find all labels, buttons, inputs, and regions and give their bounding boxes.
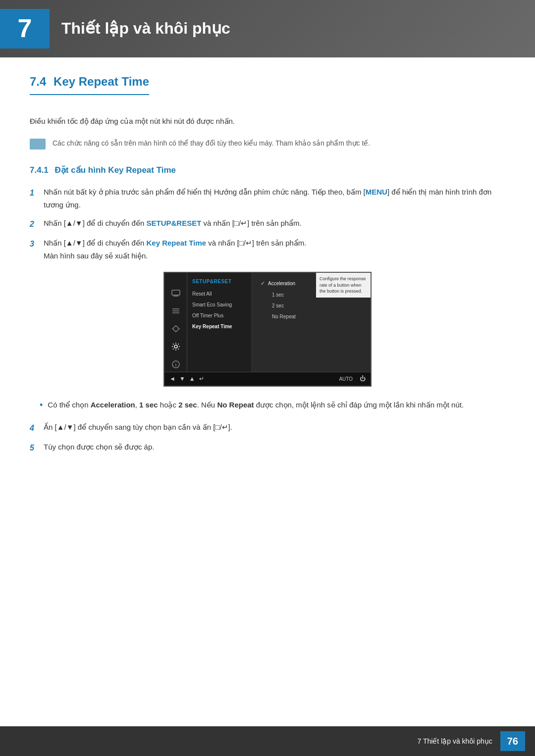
osd-sidebar: i — [164, 273, 187, 372]
osd-menu-item-timer: Off Timer Plus — [187, 310, 251, 321]
osd-submenu-norepeat: No Repeat — [257, 311, 366, 322]
osd-screen: i SETUP&RESET Reset All Smart Eco Saving… — [163, 272, 372, 387]
chapter-title: Thiết lập và khôi phục — [61, 16, 230, 41]
step-1: 1 Nhấn nút bất kỳ ở phía trước sản phẩm … — [30, 186, 505, 211]
section-74: 7.4 Key Repeat Time — [30, 72, 505, 105]
note-box: Các chức năng có sẵn trên màn hình có th… — [30, 136, 505, 151]
osd-bottom-auto: AUTO — [339, 375, 353, 383]
osd-bottom-left: ◄ — [169, 374, 175, 384]
bullet-dot: • — [40, 398, 43, 413]
bullet-text: Có thể chọn Acceleration, 1 sec hoặc 2 s… — [48, 399, 464, 411]
bullet-list: • Có thể chọn Acceleration, 1 sec hoặc 2… — [40, 399, 505, 413]
svg-text:i: i — [175, 362, 176, 367]
osd-icon-info: i — [170, 359, 181, 370]
chapter-number-box: 7 — [0, 9, 50, 49]
osd-container: i SETUP&RESET Reset All Smart Eco Saving… — [30, 272, 505, 387]
osd-bottom-up: ▲ — [189, 374, 195, 384]
osd-bottom-bar: ◄ ▼ ▲ ↵ AUTO ⏻ — [164, 372, 371, 386]
main-content: 7.4 Key Repeat Time Điều khiển tốc độ đá… — [0, 72, 535, 454]
steps-list: 1 Nhấn nút bất kỳ ở phía trước sản phẩm … — [30, 186, 505, 262]
osd-icon-gear — [170, 341, 181, 352]
osd-tooltip: Configure the response rate of a button … — [316, 273, 371, 298]
steps-list-continued: 4 Ấn [▲/▼] để chuyển sang tùy chọn bạn c… — [30, 421, 505, 454]
svg-point-12 — [174, 345, 177, 348]
page-header: 7 Thiết lập và khôi phục — [0, 0, 535, 57]
page-footer: 7 Thiết lập và khôi phục 76 — [0, 726, 535, 756]
osd-menu: SETUP&RESET Reset All Smart Eco Saving O… — [187, 273, 252, 372]
check-icon: ✓ — [261, 279, 265, 288]
osd-bottom-power: ⏻ — [360, 374, 366, 384]
subsection-title: 7.4.1 Đặt cấu hình Key Repeat Time — [30, 163, 505, 177]
osd-bottom-enter: ↵ — [199, 374, 204, 384]
chapter-number: 7 — [18, 8, 32, 49]
note-icon — [30, 139, 46, 150]
svg-point-7 — [173, 326, 178, 331]
osd-bottom-down: ▼ — [179, 374, 185, 384]
section-title: 7.4 Key Repeat Time — [30, 72, 149, 95]
osd-icon-monitor — [170, 288, 181, 299]
intro-paragraph: Điều khiển tốc độ đáp ứng của một nút kh… — [30, 115, 505, 128]
step-3: 3 Nhấn [▲/▼] để di chuyển đến Key Repeat… — [30, 237, 505, 262]
osd-submenu-2sec: 2 sec — [257, 301, 366, 311]
footer-page-number: 76 — [500, 731, 525, 751]
osd-icon-lines — [170, 305, 181, 316]
note-text: Các chức năng có sẵn trên màn hình có th… — [53, 138, 370, 149]
osd-menu-header: SETUP&RESET — [187, 277, 251, 289]
svg-rect-0 — [172, 290, 180, 295]
footer-chapter-text: 7 Thiết lập và khôi phục — [417, 736, 492, 747]
step-2: 2 Nhấn [▲/▼] để di chuyển đến SETUP&RESE… — [30, 217, 505, 231]
osd-menu-item-reset: Reset All — [187, 289, 251, 300]
step-4: 4 Ấn [▲/▼] để chuyển sang tùy chọn bạn c… — [30, 421, 505, 435]
osd-menu-item-keyrepeat: Key Repeat Time — [187, 321, 251, 332]
osd-icon-adjust — [170, 323, 181, 334]
osd-menu-item-eco: Smart Eco Saving — [187, 300, 251, 310]
step-5: 5 Tùy chọn được chọn sẽ được áp. — [30, 441, 505, 454]
bullet-item: • Có thể chọn Acceleration, 1 sec hoặc 2… — [40, 399, 505, 413]
